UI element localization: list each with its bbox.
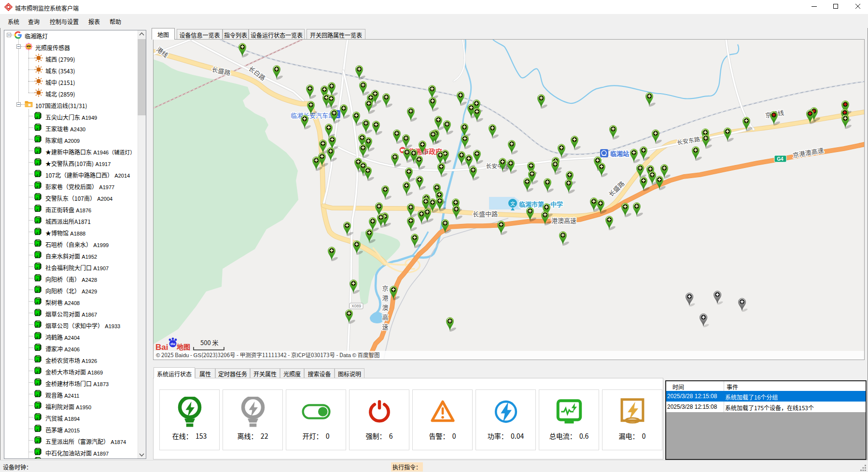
svg-text:京港澳高速: 京港澳高速 <box>381 283 390 332</box>
svg-text:临湘站: 临湘站 <box>610 149 629 158</box>
svg-text:临湘市第一中学: 临湘市第一中学 <box>519 199 563 208</box>
svg-text:港澳高速: 港澳高速 <box>551 216 576 225</box>
svg-text:文: 文 <box>510 200 515 207</box>
svg-text:Bai: Bai <box>155 343 168 352</box>
svg-text:500 米: 500 米 <box>200 338 219 347</box>
svg-text:© 2025 Baidu - GS(2023)3206号 -: © 2025 Baidu - GS(2023)3206号 - 甲测资字11111… <box>156 351 380 359</box>
svg-text:长盛中路: 长盛中路 <box>473 209 498 218</box>
svg-text:X089: X089 <box>351 304 361 308</box>
svg-text:du: du <box>170 342 175 346</box>
svg-text:G4: G4 <box>777 156 784 162</box>
svg-text:地图: 地图 <box>177 342 190 351</box>
